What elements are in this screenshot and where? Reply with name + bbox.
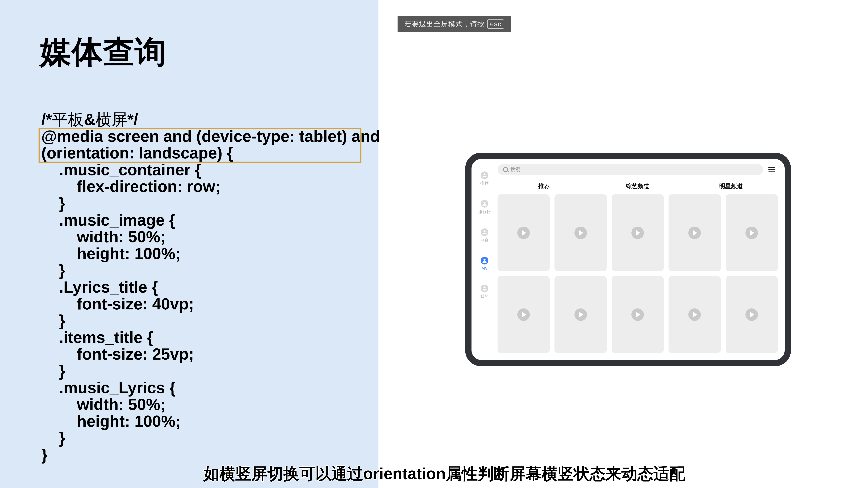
video-card[interactable] bbox=[726, 276, 778, 353]
code-line: height: 100%; bbox=[40, 413, 381, 430]
code-line: } bbox=[40, 362, 381, 379]
exit-fullscreen-toast: 若要退出全屏模式，请按 esc bbox=[398, 15, 511, 32]
code-line: @media screen and (device-type: tablet) … bbox=[40, 128, 381, 145]
play-icon bbox=[575, 227, 587, 239]
code-block: /*平板&横屏*/@media screen and (device-type:… bbox=[40, 111, 381, 463]
category-label[interactable]: 综艺频道 bbox=[591, 182, 684, 190]
code-line: font-size: 25vp; bbox=[40, 346, 381, 362]
sidebar-item-label: 电台 bbox=[480, 237, 489, 243]
code-line: .music_Lyrics { bbox=[40, 379, 381, 396]
play-icon bbox=[688, 308, 701, 321]
sidebar-item-1[interactable]: 排行榜 bbox=[478, 200, 491, 215]
tablet-sidebar: 推荐排行榜电台MV我的 bbox=[471, 159, 498, 360]
video-card[interactable] bbox=[669, 276, 721, 353]
category-row: 推荐综艺频道明星频道 bbox=[498, 182, 778, 190]
slide-left-panel: 媒体查询 /*平板&横屏*/@media screen and (device-… bbox=[0, 0, 378, 488]
video-card[interactable] bbox=[498, 276, 550, 353]
video-card[interactable] bbox=[498, 194, 550, 271]
code-line: } bbox=[40, 262, 381, 279]
slide-title: 媒体查询 bbox=[40, 31, 166, 73]
code-line: } bbox=[40, 195, 381, 212]
video-card[interactable] bbox=[612, 276, 664, 353]
code-line: width: 50%; bbox=[40, 396, 381, 413]
sidebar-item-label: MV bbox=[482, 266, 488, 271]
code-line: .Lyrics_title { bbox=[40, 279, 381, 296]
hamburger-menu-icon[interactable] bbox=[768, 167, 775, 172]
code-line: .items_title { bbox=[40, 329, 381, 346]
sidebar-item-2[interactable]: 电台 bbox=[480, 228, 489, 243]
video-card[interactable] bbox=[726, 194, 778, 271]
video-card[interactable] bbox=[555, 194, 607, 271]
code-line: flex-direction: row; bbox=[40, 178, 381, 195]
person-icon bbox=[481, 285, 488, 292]
sidebar-item-label: 排行榜 bbox=[478, 209, 491, 215]
sidebar-item-0[interactable]: 推荐 bbox=[480, 171, 489, 186]
category-label[interactable]: 明星频道 bbox=[684, 182, 778, 190]
code-line: height: 100%; bbox=[40, 245, 381, 262]
play-icon bbox=[631, 308, 644, 321]
subtitle-caption: 如横竖屏切换可以通过orientation属性判断屏幕横竖状态来动态适配 bbox=[204, 463, 685, 485]
tablet-screen: 推荐排行榜电台MV我的 搜索... 推荐综艺频道明星频道 bbox=[471, 159, 785, 360]
tablet-main-area: 搜索... 推荐综艺频道明星频道 bbox=[498, 159, 785, 360]
play-icon bbox=[688, 227, 701, 239]
person-icon bbox=[481, 257, 488, 264]
video-card[interactable] bbox=[612, 194, 664, 271]
sidebar-item-label: 我的 bbox=[480, 294, 489, 299]
code-line: font-size: 40vp; bbox=[40, 296, 381, 313]
play-icon bbox=[517, 308, 530, 321]
tablet-top-row: 搜索... bbox=[498, 164, 778, 175]
play-icon bbox=[745, 227, 758, 239]
play-icon bbox=[517, 227, 530, 239]
person-icon bbox=[481, 200, 488, 207]
play-icon bbox=[575, 308, 587, 321]
code-line: } bbox=[40, 446, 381, 463]
esc-keycap: esc bbox=[487, 20, 504, 29]
code-line: .music_image { bbox=[40, 212, 381, 229]
video-grid bbox=[498, 194, 778, 360]
code-line: .music_container { bbox=[40, 161, 381, 178]
toast-text: 若要退出全屏模式，请按 bbox=[404, 19, 485, 29]
sidebar-item-3[interactable]: MV bbox=[481, 257, 488, 271]
video-card[interactable] bbox=[669, 194, 721, 271]
person-icon bbox=[481, 228, 488, 236]
video-card[interactable] bbox=[555, 276, 607, 353]
code-line: } bbox=[40, 429, 381, 446]
person-icon bbox=[481, 171, 488, 179]
play-icon bbox=[745, 308, 758, 321]
search-icon bbox=[503, 167, 508, 172]
code-line: } bbox=[40, 312, 381, 329]
code-line: /*平板&横屏*/ bbox=[40, 111, 381, 128]
search-placeholder: 搜索... bbox=[510, 166, 524, 173]
sidebar-item-4[interactable]: 我的 bbox=[480, 285, 489, 299]
code-line: (orientation: landscape) { bbox=[40, 144, 381, 161]
search-input[interactable]: 搜索... bbox=[498, 164, 763, 175]
sidebar-item-label: 推荐 bbox=[480, 181, 489, 186]
tablet-frame: 推荐排行榜电台MV我的 搜索... 推荐综艺频道明星频道 bbox=[465, 153, 791, 366]
code-line: width: 50%; bbox=[40, 228, 381, 245]
category-label[interactable]: 推荐 bbox=[498, 182, 591, 190]
play-icon bbox=[631, 227, 644, 239]
